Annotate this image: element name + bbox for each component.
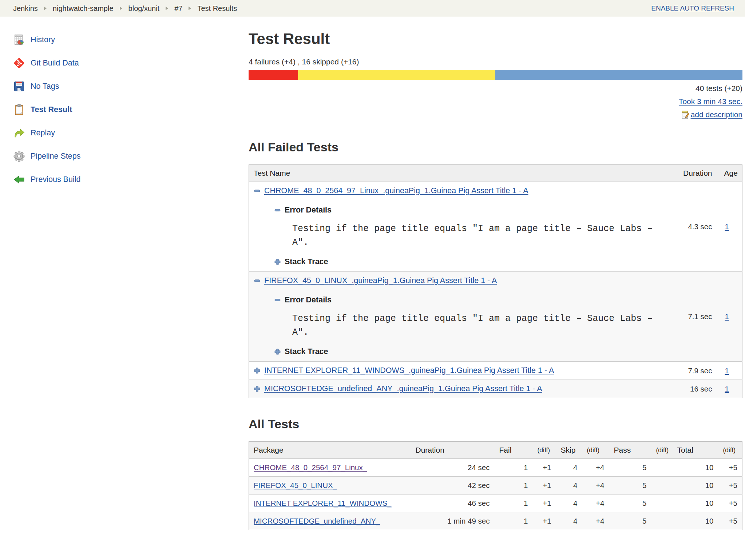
expand-icon[interactable] xyxy=(254,385,261,392)
previous-build-arrow-icon xyxy=(13,174,25,186)
failed-bar-segment xyxy=(249,70,298,80)
fail-cell: 1 xyxy=(495,512,533,530)
sidebar-item-git-build-data[interactable]: Git Build Data xyxy=(13,57,249,69)
enable-auto-refresh-link[interactable]: ENABLE AUTO REFRESH xyxy=(651,4,734,12)
total-diff-cell: +5 xyxy=(718,459,742,477)
sidebar-item-test-result[interactable]: Test Result xyxy=(13,104,249,116)
sidebar-item-no-tags[interactable]: No Tags xyxy=(13,80,249,92)
sidebar: HistoryGit Build DataNo TagsTest ResultR… xyxy=(0,17,249,197)
all-tests-col-diff-5: (diff) xyxy=(582,442,609,459)
age-link[interactable]: 1 xyxy=(725,385,729,393)
sidebar-link-history[interactable]: History xyxy=(31,35,55,44)
sidebar-link-no-tags[interactable]: No Tags xyxy=(31,82,59,91)
pass-diff-cell xyxy=(651,495,673,512)
pass-diff-cell xyxy=(651,512,673,530)
sidebar-item-replay[interactable]: Replay xyxy=(13,127,249,139)
sidebar-item-history[interactable]: History xyxy=(13,34,249,46)
skip-diff-cell: +4 xyxy=(582,477,609,495)
collapse-icon[interactable] xyxy=(274,207,281,214)
pass-cell: 5 xyxy=(609,495,651,512)
package-link-microsoftedge-undefined-any[interactable]: MICROSOFTEDGE_undefined_ANY_ xyxy=(254,517,380,525)
sidebar-link-replay[interactable]: Replay xyxy=(31,128,55,138)
duration-cell: 16 sec xyxy=(668,380,717,398)
stack-trace-label: Stack Trace xyxy=(285,257,328,266)
expand-icon[interactable] xyxy=(254,367,261,374)
package-row: MICROSOFTEDGE_undefined_ANY_1 min 49 sec… xyxy=(249,512,742,530)
sidebar-item-previous-build[interactable]: Previous Build xyxy=(13,174,249,186)
git-icon xyxy=(13,57,25,69)
collapse-icon[interactable] xyxy=(254,187,261,194)
package-link-internet-explorer-11-windows[interactable]: INTERNET EXPLORER_11_WINDOWS_ xyxy=(254,499,392,507)
history-icon xyxy=(13,34,25,46)
expand-icon[interactable] xyxy=(274,258,281,265)
breadcrumb: Jenkinsnightwatch-sampleblog/xunit#7Test… xyxy=(13,4,237,13)
skip-cell: 4 xyxy=(556,495,582,512)
age-link[interactable]: 1 xyxy=(725,366,729,375)
fail-cell: 1 xyxy=(495,459,533,477)
sidebar-link-pipeline-steps[interactable]: Pipeline Steps xyxy=(31,152,80,161)
skip-cell: 4 xyxy=(556,477,582,495)
failed-test-row: INTERNET EXPLORER_11_WINDOWS_.guineaPig_… xyxy=(249,362,742,380)
package-link-firefox-45-0-linux[interactable]: FIREFOX_45_0_LINUX_ xyxy=(254,481,337,489)
failed-test-link[interactable]: MICROSOFTEDGE_undefined_ANY_.guineaPig_1… xyxy=(264,384,542,393)
all-tests-heading: All Tests xyxy=(249,417,742,431)
failed-test-row: CHROME_48_0_2564_97_Linux_.guineaPig_1.G… xyxy=(249,182,742,272)
breadcrumb-item-7[interactable]: #7 xyxy=(174,4,182,13)
fail-diff-cell: +1 xyxy=(533,495,556,512)
took-duration-link[interactable]: Took 3 min 43 sec. xyxy=(679,97,742,106)
duration-cell: 7.1 sec xyxy=(668,272,717,362)
pass-diff-cell xyxy=(651,477,673,495)
replay-arrow-icon xyxy=(13,127,25,139)
breadcrumb-item-nightwatch-sample[interactable]: nightwatch-sample xyxy=(53,4,114,13)
col-duration: Duration xyxy=(668,165,717,182)
breadcrumb-separator-icon xyxy=(166,7,168,10)
duration-cell: 7.9 sec xyxy=(668,362,717,380)
sidebar-link-previous-build[interactable]: Previous Build xyxy=(31,175,80,184)
all-tests-col-diff-7: (diff) xyxy=(651,442,673,459)
collapse-icon[interactable] xyxy=(274,297,281,303)
skip-diff-cell: +4 xyxy=(582,495,609,512)
breadcrumb-item-blog-xunit[interactable]: blog/xunit xyxy=(128,4,160,13)
error-text: Testing if the page title equals "I am a… xyxy=(292,312,663,339)
all-tests-col-package: Package xyxy=(249,442,411,459)
sidebar-link-git-build-data[interactable]: Git Build Data xyxy=(31,59,79,68)
age-link[interactable]: 1 xyxy=(725,222,729,231)
all-tests-col-total: Total xyxy=(673,442,718,459)
total-cell: 10 xyxy=(673,495,718,512)
age-cell: 1 xyxy=(717,362,742,380)
sidebar-link-test-result[interactable]: Test Result xyxy=(31,105,72,114)
breadcrumb-separator-icon xyxy=(189,7,191,10)
total-cell: 10 xyxy=(673,477,718,495)
package-row: CHROME_48_0_2564_97_Linux_24 sec1+14+451… xyxy=(249,459,742,477)
failed-test-link[interactable]: CHROME_48_0_2564_97_Linux_.guineaPig_1.G… xyxy=(264,186,528,195)
package-link-chrome-48-0-2564-97-linux[interactable]: CHROME_48_0_2564_97_Linux_ xyxy=(254,463,367,472)
age-link[interactable]: 1 xyxy=(725,312,729,321)
failed-test-link[interactable]: INTERNET EXPLORER_11_WINDOWS_.guineaPig_… xyxy=(264,366,554,375)
skip-cell: 4 xyxy=(556,459,582,477)
total-diff-cell: +5 xyxy=(718,477,742,495)
package-row: FIREFOX_45_0_LINUX_42 sec1+14+4510+5 xyxy=(249,477,742,495)
stack-trace-label: Stack Trace xyxy=(285,347,328,356)
all-tests-col-fail: Fail xyxy=(495,442,533,459)
breadcrumb-item-jenkins[interactable]: Jenkins xyxy=(13,4,38,13)
failed-tests-table: Test Name Duration Age CHROME_48_0_2564_… xyxy=(249,164,742,398)
sidebar-item-pipeline-steps[interactable]: Pipeline Steps xyxy=(13,150,249,162)
clipboard-icon xyxy=(13,104,25,116)
all-tests-table: PackageDurationFail(diff)Skip(diff)Pass(… xyxy=(249,441,742,530)
add-description-link[interactable]: add description xyxy=(691,108,742,121)
skipped-bar-segment xyxy=(298,70,496,80)
duration-cell: 42 sec xyxy=(411,477,495,495)
passed-bar-segment xyxy=(495,70,742,80)
col-age: Age xyxy=(717,165,742,182)
page-title: Test Result xyxy=(249,30,742,48)
collapse-icon[interactable] xyxy=(254,277,261,284)
all-tests-col-diff-9: (diff) xyxy=(718,442,742,459)
expand-icon[interactable] xyxy=(274,348,281,355)
failed-test-link[interactable]: FIREFOX_45_0_LINUX_.guineaPig_1.Guinea P… xyxy=(264,276,497,285)
failed-tests-header-row: Test Name Duration Age xyxy=(249,165,742,182)
pass-cell: 5 xyxy=(609,459,651,477)
skip-diff-cell: +4 xyxy=(582,459,609,477)
error-details-label: Error Details xyxy=(285,295,332,305)
failed-test-row: MICROSOFTEDGE_undefined_ANY_.guineaPig_1… xyxy=(249,380,742,398)
breadcrumb-item-test-results[interactable]: Test Results xyxy=(197,4,237,13)
